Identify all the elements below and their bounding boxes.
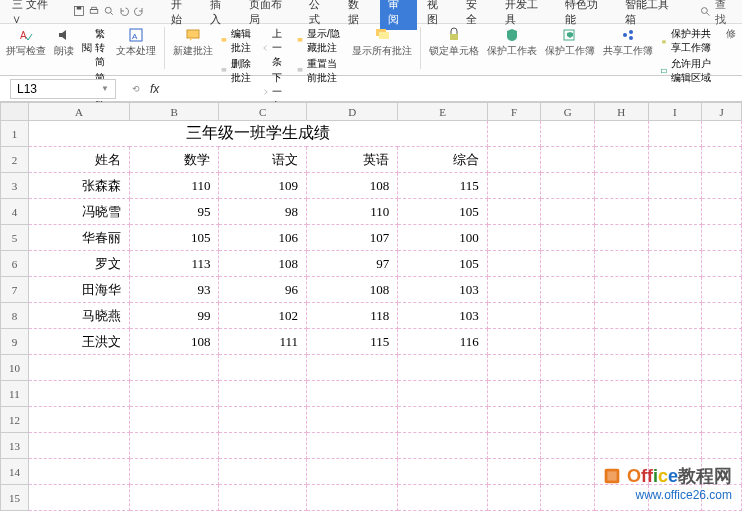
- cell[interactable]: 姓名: [28, 147, 129, 173]
- cell[interactable]: [28, 485, 129, 511]
- cell[interactable]: 100: [398, 225, 487, 251]
- chevron-down-icon[interactable]: ▼: [101, 84, 109, 93]
- cell[interactable]: [130, 381, 219, 407]
- cell[interactable]: [648, 277, 702, 303]
- row-header[interactable]: 10: [1, 355, 29, 381]
- cell[interactable]: [541, 485, 595, 511]
- cell[interactable]: 103: [398, 277, 487, 303]
- row-header[interactable]: 4: [1, 199, 29, 225]
- protect-share-button[interactable]: 保护并共享工作簿: [661, 27, 718, 55]
- save-icon[interactable]: [73, 5, 85, 19]
- cell[interactable]: 数学: [130, 147, 219, 173]
- cell[interactable]: 110: [130, 173, 219, 199]
- cell[interactable]: [702, 277, 742, 303]
- cell[interactable]: 103: [398, 303, 487, 329]
- cell[interactable]: [398, 485, 487, 511]
- cell[interactable]: 113: [130, 251, 219, 277]
- cell[interactable]: 111: [219, 329, 306, 355]
- lock-cells-button[interactable]: 锁定单元格: [429, 27, 479, 58]
- cell[interactable]: 英语: [306, 147, 397, 173]
- row-header[interactable]: 11: [1, 381, 29, 407]
- show-hide-comment-button[interactable]: 显示/隐藏批注: [297, 27, 344, 55]
- cell[interactable]: [541, 121, 595, 147]
- cell[interactable]: [594, 121, 648, 147]
- col-header-F[interactable]: F: [487, 103, 541, 121]
- col-header-G[interactable]: G: [541, 103, 595, 121]
- cell[interactable]: [648, 355, 702, 381]
- cell[interactable]: [219, 381, 306, 407]
- cell[interactable]: [487, 355, 541, 381]
- cell[interactable]: 马晓燕: [28, 303, 129, 329]
- cell[interactable]: [594, 381, 648, 407]
- cell[interactable]: [130, 485, 219, 511]
- cell[interactable]: [487, 329, 541, 355]
- cell[interactable]: [487, 433, 541, 459]
- cell[interactable]: 99: [130, 303, 219, 329]
- cell[interactable]: [130, 433, 219, 459]
- sheet-title-cell[interactable]: 三年级一班学生成绩: [28, 121, 487, 147]
- col-header-H[interactable]: H: [594, 103, 648, 121]
- col-header-J[interactable]: J: [702, 103, 742, 121]
- cell[interactable]: [594, 277, 648, 303]
- cell[interactable]: [541, 225, 595, 251]
- cell[interactable]: [648, 251, 702, 277]
- cell[interactable]: [594, 199, 648, 225]
- cell[interactable]: [541, 199, 595, 225]
- row-header[interactable]: 5: [1, 225, 29, 251]
- row-header[interactable]: 2: [1, 147, 29, 173]
- cell[interactable]: [487, 277, 541, 303]
- cell[interactable]: [398, 459, 487, 485]
- tab-view[interactable]: 视图: [419, 0, 456, 30]
- allow-edit-button[interactable]: 允许用户编辑区域: [661, 57, 718, 85]
- cell[interactable]: [541, 433, 595, 459]
- read-button[interactable]: 朗读: [54, 27, 74, 58]
- cell[interactable]: [648, 407, 702, 433]
- cell[interactable]: 综合: [398, 147, 487, 173]
- cell[interactable]: [306, 407, 397, 433]
- cell[interactable]: [487, 147, 541, 173]
- tab-special[interactable]: 特色功能: [557, 0, 615, 30]
- cell[interactable]: [702, 225, 742, 251]
- cell[interactable]: 冯晓雪: [28, 199, 129, 225]
- cell[interactable]: 王洪文: [28, 329, 129, 355]
- cell[interactable]: [487, 173, 541, 199]
- cell[interactable]: 116: [398, 329, 487, 355]
- cell[interactable]: 108: [219, 251, 306, 277]
- cell[interactable]: [594, 251, 648, 277]
- cell[interactable]: [487, 121, 541, 147]
- cell[interactable]: [594, 225, 648, 251]
- cell[interactable]: [398, 381, 487, 407]
- cell[interactable]: 109: [219, 173, 306, 199]
- reset-comment-button[interactable]: 重置当前批注: [297, 57, 344, 85]
- cell[interactable]: [702, 433, 742, 459]
- search-box[interactable]: 查找: [700, 0, 736, 27]
- edit-comment-button[interactable]: 编辑批注: [221, 27, 254, 55]
- cell[interactable]: 97: [306, 251, 397, 277]
- cell[interactable]: [702, 407, 742, 433]
- cell[interactable]: [541, 381, 595, 407]
- name-box[interactable]: L13 ▼: [10, 79, 116, 99]
- cell[interactable]: [306, 433, 397, 459]
- row-header[interactable]: 7: [1, 277, 29, 303]
- col-header-I[interactable]: I: [648, 103, 702, 121]
- col-header-E[interactable]: E: [398, 103, 487, 121]
- cell[interactable]: [594, 407, 648, 433]
- cell[interactable]: [702, 251, 742, 277]
- row-header[interactable]: 14: [1, 459, 29, 485]
- cell[interactable]: [130, 459, 219, 485]
- cell[interactable]: [594, 173, 648, 199]
- protect-sheet-button[interactable]: 保护工作表: [487, 27, 537, 58]
- cell[interactable]: [648, 173, 702, 199]
- cell[interactable]: [487, 251, 541, 277]
- cell[interactable]: [219, 485, 306, 511]
- fx-icon[interactable]: ⟲: [132, 82, 144, 96]
- select-all-corner[interactable]: [1, 103, 29, 121]
- cell[interactable]: [306, 485, 397, 511]
- cell[interactable]: [306, 355, 397, 381]
- cell[interactable]: 108: [130, 329, 219, 355]
- cell[interactable]: [594, 329, 648, 355]
- cell[interactable]: [487, 199, 541, 225]
- cell[interactable]: 田海华: [28, 277, 129, 303]
- cell[interactable]: [702, 329, 742, 355]
- cell[interactable]: [28, 381, 129, 407]
